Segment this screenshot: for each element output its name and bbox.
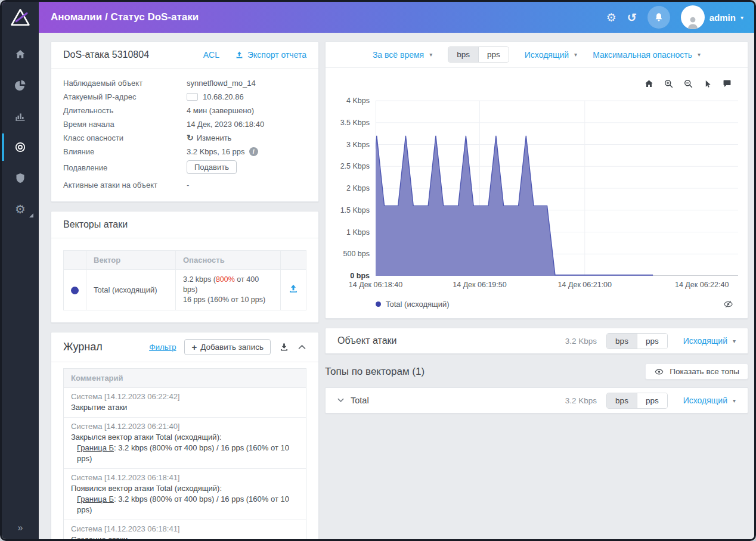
pointer-icon[interactable]: [703, 79, 712, 89]
sidebar-item-protection[interactable]: [2, 163, 39, 194]
sidebar-expand-button[interactable]: »: [2, 523, 39, 533]
y-tick-label: 2.5 Kbps: [340, 162, 370, 170]
vector-danger: 3.2 kbps (800% от 400 bps) 16 pps (160% …: [176, 270, 281, 310]
total-rate: 3.2 Kbps: [565, 396, 597, 405]
direction-dropdown[interactable]: Исходящий ▾: [525, 50, 577, 60]
sidebar-item-statistics[interactable]: [2, 101, 39, 132]
unit-toggle: bps pps: [606, 333, 668, 349]
sidebar-item-reports[interactable]: [2, 70, 39, 101]
journal-card: Журнал Фильтр + Добавить запись: [51, 332, 319, 539]
acl-link[interactable]: ACL: [203, 50, 219, 60]
avatar: [681, 5, 705, 29]
chevron-down-icon: ▾: [733, 338, 736, 344]
pps-option[interactable]: pps: [478, 47, 509, 62]
total-vector-panel: Total 3.2 Kbps bps pps Исходящий ▾: [325, 387, 748, 413]
bps-option[interactable]: bps: [607, 393, 637, 408]
pie-chart-icon: [14, 79, 26, 91]
filter-link[interactable]: Фильтр: [149, 343, 176, 352]
info-icon[interactable]: i: [249, 147, 258, 156]
vector-row[interactable]: Total (исходящий) 3.2 kbps (800% от 400 …: [64, 270, 306, 310]
total-panel-title: Total: [351, 396, 565, 405]
y-tick-label: 2 Kbps: [346, 184, 370, 192]
danger-dropdown[interactable]: Максимальная опасность ▾: [593, 50, 701, 60]
plus-icon: +: [191, 343, 197, 352]
topbar-actions: ⚙ ↺ admin ▾: [606, 5, 754, 29]
collapse-icon[interactable]: [298, 343, 306, 351]
chart-legend: Total (исходящий): [326, 294, 748, 318]
user-menu[interactable]: admin ▾: [681, 5, 743, 29]
y-tick-label: 4 Kbps: [346, 97, 370, 105]
y-tick-label: 3.5 Kbps: [340, 119, 370, 127]
refresh-icon: ↻: [187, 131, 194, 145]
bps-option[interactable]: bps: [448, 47, 478, 62]
home-icon: [14, 48, 26, 60]
suppress-button[interactable]: Подавить: [187, 160, 237, 174]
object-rate: 3.2 Kbps: [565, 337, 597, 346]
observed-object-link[interactable]: synnetflowd_mo_14: [187, 76, 256, 90]
y-tick-label: 1.5 Kbps: [340, 206, 370, 214]
pps-option[interactable]: pps: [637, 393, 667, 408]
bps-option[interactable]: bps: [607, 334, 637, 349]
bell-icon: [653, 12, 664, 23]
chevron-down-icon[interactable]: [337, 398, 344, 403]
comment-icon[interactable]: [722, 79, 732, 89]
chart-card: За всё время ▾ bps pps Исходящий ▾ Мак: [325, 41, 748, 319]
zoom-in-icon[interactable]: [664, 79, 674, 89]
journal-entry: Система [14.12.2023 06:18:41] Появился в…: [64, 468, 306, 520]
export-report-link[interactable]: Экспорт отчета: [235, 50, 306, 60]
journal-column-header: Комментарий: [64, 369, 306, 387]
show-all-tops-button[interactable]: Показать все топы: [645, 363, 748, 380]
x-tick-label: 14 Дек 06:19:50: [453, 281, 506, 289]
settings-icon[interactable]: ⚙: [606, 12, 616, 23]
eye-slash-icon[interactable]: [723, 300, 733, 309]
eye-icon: [654, 368, 664, 376]
col-vector: Вектор: [86, 251, 176, 270]
notifications-button[interactable]: [647, 6, 670, 29]
sidebar-item-settings[interactable]: ⚙: [2, 194, 39, 225]
x-tick-label: 14 Дек 06:21:00: [558, 281, 612, 289]
unit-toggle: bps pps: [606, 393, 668, 409]
total-direction-dropdown[interactable]: Исходящий ▾: [683, 396, 736, 405]
legend-item-total[interactable]: Total (исходящий): [376, 300, 723, 309]
field-danger-class: Класс опасности ↻ Изменить: [63, 131, 306, 145]
sidebar-item-home[interactable]: [2, 39, 39, 70]
attack-object-panel: Объект атаки 3.2 Kbps bps pps Исходящий …: [325, 328, 748, 354]
chart-toolbar: [326, 68, 748, 91]
chart-home-icon[interactable]: [644, 79, 654, 89]
journal-entry: Система [14.12.2023 06:22:42] Закрытие а…: [64, 387, 306, 417]
object-direction-dropdown[interactable]: Исходящий ▾: [683, 336, 736, 346]
upload-icon: [235, 51, 244, 60]
history-icon[interactable]: ↺: [627, 12, 637, 23]
ip-checkbox[interactable]: [187, 93, 198, 101]
vector-upload-icon[interactable]: [288, 284, 299, 294]
chevron-down-icon: ▾: [574, 51, 577, 58]
pps-option[interactable]: pps: [637, 334, 667, 349]
vector-name: Total (исходящий): [86, 270, 176, 310]
person-icon: [685, 15, 701, 29]
boundary-link[interactable]: Граница Б: [77, 443, 114, 452]
chart-y-axis: 4 Kbps3.5 Kbps3 Kbps2.5 Kbps2 Kbps1.5 Kb…: [337, 97, 376, 276]
zoom-out-icon[interactable]: [683, 79, 693, 89]
chart-plot[interactable]: [376, 97, 738, 276]
object-panel-title: Объект атаки: [337, 335, 565, 346]
sidebar-item-anomalies[interactable]: [2, 132, 39, 163]
field-observed-object: Наблюдаемый объект synnetflowd_mo_14: [63, 76, 306, 90]
field-start-time: Время начала 14 Дек, 2023 06:18:40: [63, 117, 306, 131]
sidebar: ⚙ »: [2, 33, 39, 539]
chart-x-axis: 14 Дек 06:18:4014 Дек 06:19:5014 Дек 06:…: [376, 281, 738, 294]
x-tick-label: 14 Дек 06:22:40: [675, 281, 729, 289]
app-logo[interactable]: [2, 2, 39, 33]
download-icon[interactable]: [279, 342, 289, 352]
attack-summary-card: DoS-атака 5310804 ACL Экспорт отчета: [51, 41, 319, 202]
tops-title: Топы по векторам (1): [325, 366, 645, 378]
add-record-button[interactable]: + Добавить запись: [184, 339, 271, 355]
time-range-dropdown[interactable]: За всё время ▾: [373, 50, 432, 60]
boundary-link[interactable]: Граница Б: [77, 495, 114, 503]
y-tick-label: 1 Kbps: [346, 228, 370, 237]
field-suppression: Подавление Подавить: [63, 160, 306, 176]
change-danger-class-link[interactable]: ↻ Изменить: [187, 131, 231, 145]
target-icon: [14, 141, 26, 153]
chevron-down-icon: ▾: [740, 14, 743, 21]
main-content: DoS-атака 5310804 ACL Экспорт отчета: [39, 33, 754, 539]
gear-icon: ⚙: [15, 203, 26, 215]
